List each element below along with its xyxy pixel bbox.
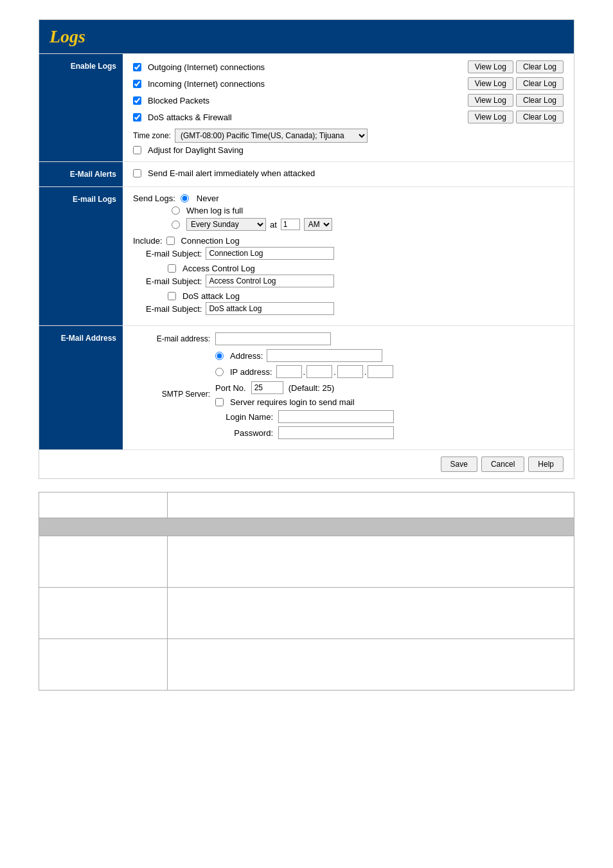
hour-input[interactable]	[281, 219, 300, 230]
bottom-table	[39, 492, 574, 691]
timezone-label: Time zone:	[133, 131, 171, 140]
ampm-select[interactable]: AM PM	[304, 218, 332, 231]
email-alert-text: Send E-mail alert immediately when attac…	[148, 168, 315, 178]
blocked-text: Blocked Packets	[148, 96, 209, 105]
password-label: Password:	[215, 428, 273, 438]
ip-dot3: .	[364, 367, 367, 377]
ip-part1[interactable]	[276, 365, 302, 378]
ip-part2[interactable]	[306, 365, 332, 378]
dos-subject-input[interactable]	[206, 302, 334, 315]
email-address-label: E-Mail Address	[39, 326, 123, 449]
dos-subject-label: E-mail Subject:	[146, 304, 202, 314]
dos-buttons: View Log Clear Log	[468, 111, 564, 123]
daylight-label: Adjust for Daylight Saving	[148, 145, 244, 155]
email-logs-section: E-mail Logs Send Logs: Never When log is…	[39, 186, 574, 325]
connection-subject-row: E-mail Subject:	[146, 247, 564, 260]
enable-logs-content: Outgoing (Internet) connections View Log…	[123, 54, 574, 161]
smtp-ip-radio[interactable]	[215, 368, 224, 376]
blocked-log-row: Blocked Packets View Log Clear Log	[133, 94, 564, 107]
outgoing-view-btn[interactable]: View Log	[468, 60, 513, 73]
outgoing-log-label: Outgoing (Internet) connections	[133, 62, 468, 72]
outgoing-log-row: Outgoing (Internet) connections View Log…	[133, 60, 564, 73]
access-subject-input[interactable]	[206, 275, 334, 287]
day-select[interactable]: Every Sunday Every Monday Every Tuesday …	[186, 218, 266, 231]
send-logs-label: Send Logs:	[133, 194, 175, 203]
dos-text: DoS attacks & Firewall	[148, 113, 232, 122]
email-alert-checkbox[interactable]	[133, 169, 141, 177]
incoming-clear-btn[interactable]: Clear Log	[516, 77, 564, 90]
incoming-view-btn[interactable]: View Log	[468, 77, 513, 90]
table-right-header-cell	[168, 493, 574, 518]
dos-checkbox[interactable]	[133, 113, 141, 122]
access-log-checkbox[interactable]	[168, 264, 176, 273]
connection-log-checkbox[interactable]	[166, 237, 175, 245]
server-login-label: Server requires login to send mail	[230, 397, 355, 407]
daylight-row: Adjust for Daylight Saving	[133, 145, 564, 155]
at-label: at	[270, 220, 277, 230]
logs-panel: Logs Enable Logs Outgoing (Internet) con…	[39, 19, 574, 479]
connection-subject-label: E-mail Subject:	[146, 249, 202, 258]
incoming-log-label: Incoming (Internet) connections	[133, 79, 468, 89]
never-radio[interactable]	[181, 194, 189, 203]
table-row1-left	[39, 536, 168, 588]
ip-part3[interactable]	[337, 365, 363, 378]
password-input[interactable]	[278, 426, 394, 439]
dos-log-row: DoS attacks & Firewall View Log Clear Lo…	[133, 111, 564, 123]
daylight-checkbox[interactable]	[133, 146, 141, 154]
email-alerts-section: E-Mail Alerts Send E-mail alert immediat…	[39, 161, 574, 186]
dos-log-checkbox[interactable]	[168, 292, 176, 300]
table-left-header-cell	[39, 493, 168, 518]
cancel-button[interactable]: Cancel	[481, 457, 524, 472]
blocked-log-label: Blocked Packets	[133, 96, 468, 105]
port-row: Port No. (Default: 25)	[215, 381, 394, 394]
dos-log-label: DoS attack Log	[182, 291, 240, 301]
table-row2-left	[39, 588, 168, 639]
email-logs-label: E-mail Logs	[39, 187, 123, 325]
login-name-input[interactable]	[278, 410, 394, 423]
smtp-address-radio[interactable]	[215, 352, 224, 360]
dos-log-label: DoS attacks & Firewall	[133, 113, 468, 122]
email-addr-input[interactable]	[215, 332, 331, 345]
email-addr-row: E-mail address:	[133, 332, 564, 345]
connection-subject-input[interactable]	[206, 247, 334, 260]
outgoing-clear-btn[interactable]: Clear Log	[516, 60, 564, 73]
ip-part4[interactable]	[368, 365, 393, 378]
outgoing-text: Outgoing (Internet) connections	[148, 62, 265, 72]
smtp-server-row: SMTP Server: Address: IP address:	[133, 349, 564, 439]
send-logs-row: Send Logs: Never	[133, 194, 564, 203]
port-default: (Default: 25)	[289, 383, 335, 393]
blocked-clear-btn[interactable]: Clear Log	[516, 94, 564, 107]
never-label: Never	[197, 194, 219, 203]
footer-buttons: Save Cancel Help	[39, 449, 574, 478]
every-sunday-row: Every Sunday Every Monday Every Tuesday …	[172, 218, 564, 231]
port-label: Port No.	[215, 383, 246, 393]
blocked-view-btn[interactable]: View Log	[468, 94, 513, 107]
email-logs-content: Send Logs: Never When log is full Every …	[123, 187, 574, 325]
when-full-row: When log is full	[172, 206, 564, 215]
access-subject-label: E-mail Subject:	[146, 276, 202, 286]
ip-dot1: .	[303, 367, 306, 377]
outgoing-checkbox[interactable]	[133, 63, 141, 71]
smtp-ip-label: IP address:	[230, 367, 272, 377]
when-full-radio[interactable]	[172, 206, 180, 215]
smtp-address-row: Address:	[215, 349, 394, 362]
login-name-label: Login Name:	[215, 412, 273, 422]
server-login-checkbox[interactable]	[215, 398, 224, 406]
blocked-buttons: View Log Clear Log	[468, 94, 564, 107]
blocked-checkbox[interactable]	[133, 96, 141, 105]
table-row-2	[39, 588, 574, 639]
smtp-address-input[interactable]	[267, 349, 382, 362]
dos-view-btn[interactable]: View Log	[468, 111, 513, 123]
email-address-content: E-mail address: SMTP Server: Address:	[123, 326, 574, 449]
incoming-checkbox[interactable]	[133, 80, 141, 88]
port-input[interactable]	[251, 381, 283, 394]
every-sunday-radio[interactable]	[172, 221, 180, 229]
when-full-label: When log is full	[186, 206, 243, 215]
save-button[interactable]: Save	[441, 457, 477, 472]
help-button[interactable]: Help	[528, 457, 564, 472]
dos-clear-btn[interactable]: Clear Log	[516, 111, 564, 123]
timezone-select[interactable]: (GMT-08:00) Pacific Time(US, Canada); Ti…	[175, 129, 368, 143]
smtp-options: Address: IP address: . .	[215, 349, 394, 439]
timezone-row: Time zone: (GMT-08:00) Pacific Time(US, …	[133, 129, 564, 143]
dos-log-include-row: DoS attack Log	[168, 291, 564, 301]
